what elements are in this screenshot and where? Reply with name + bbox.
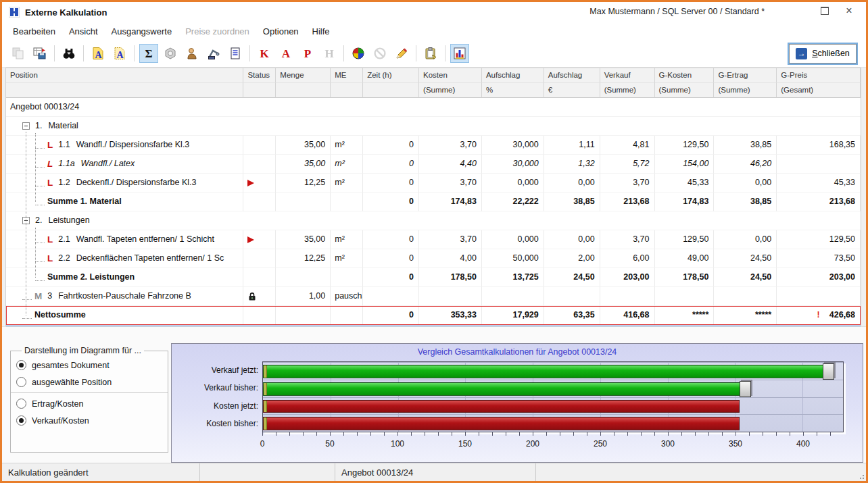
status-kalkulation-geändert: Kalkulation geändert: [2, 463, 200, 481]
column-header-g-kosten-sub[interactable]: (Summe): [655, 83, 715, 98]
cell-zeit: 0: [363, 174, 419, 193]
menu-item-optionen[interactable]: Optionen: [256, 24, 306, 39]
aufschlag-a-icon[interactable]: A: [276, 44, 295, 63]
x-axis-label: 300: [661, 439, 675, 449]
table-row-leistungen[interactable]: 2.Leistungen: [6, 211, 861, 230]
column-header-menge[interactable]: Menge: [276, 68, 331, 83]
clipboard-calc-icon[interactable]: [421, 44, 440, 63]
column-header-verkauf-sub[interactable]: (Summe): [600, 83, 655, 98]
menu-item-ansicht[interactable]: Ansicht: [62, 24, 105, 39]
tree-collapse-icon[interactable]: [22, 122, 30, 130]
save-table-icon[interactable]: [30, 44, 49, 63]
sum-sigma-icon[interactable]: Σ: [139, 44, 158, 63]
preis-p-icon[interactable]: P: [298, 44, 317, 63]
cell-verkauf: 203,00: [600, 268, 655, 287]
column-header-status[interactable]: Status: [243, 68, 276, 83]
column-header-g-kosten[interactable]: G-Kosten: [655, 68, 715, 83]
material-stone-icon[interactable]: [161, 44, 180, 63]
font-document-icon[interactable]: A: [89, 44, 107, 63]
table-row-fahrtkosten-pauschale-fahrzone-b[interactable]: M3Fahrtkosten-Pauschale Fahrzone B1,00pa…: [6, 287, 861, 306]
table-row-material[interactable]: 1.Material: [6, 117, 861, 136]
tree-connector: [35, 141, 45, 149]
schliessen-button[interactable]: →Schließen: [789, 44, 857, 63]
radio-label: Ertrag/Kosten: [32, 399, 83, 409]
table-row-summe-2-leistungen[interactable]: Summe 2. Leistungen0178,5013,72524,50203…: [6, 268, 861, 287]
schliessen-label: Schließen: [812, 49, 850, 58]
position-cell: Summe 1. Material: [6, 193, 243, 211]
cell-menge: [276, 268, 331, 287]
table-body: Angebot 00013/241.MaterialL1.1Wandfl./ D…: [6, 98, 861, 325]
column-header-aufschlag[interactable]: Aufschlag: [544, 68, 600, 83]
maximize-button[interactable]: [813, 2, 836, 20]
column-header-me-sub[interactable]: [331, 83, 363, 98]
table-row-deckenfl-dispersionsfarbe-kl-3[interactable]: L1.2Deckenfl./ Dispersionsfarbe Kl.312,2…: [6, 174, 861, 193]
column-header-aufschlag-sub[interactable]: €: [544, 83, 600, 98]
pie-chart-icon[interactable]: [349, 44, 368, 63]
cell-zeit: 0: [363, 136, 419, 155]
table-row-summe-1-material[interactable]: Summe 1. Material0174,8322,22238,85213,6…: [6, 193, 861, 211]
menu-item-hilfe[interactable]: Hilfe: [306, 24, 337, 39]
chart-category-label: Kosten jetzt:: [174, 397, 258, 415]
warning-icon: !: [817, 306, 820, 324]
bar-chart-toggle-icon[interactable]: [450, 44, 469, 63]
cell-verkauf: 3,70: [600, 174, 655, 193]
cell-gkosten: [655, 287, 715, 306]
document-icon[interactable]: [226, 44, 245, 63]
cell-gertrag: 0,00: [714, 174, 777, 193]
x-axis-label: 250: [594, 439, 607, 449]
radio-ausgewählte-position[interactable]: ausgewählte Position: [16, 374, 162, 390]
column-header-kosten[interactable]: Kosten: [419, 68, 482, 83]
search-binoculars-icon[interactable]: [59, 44, 78, 63]
column-header-g-preis[interactable]: G-Preis: [777, 68, 861, 83]
cell-kosten: [419, 287, 482, 306]
table-row-wandfl-tapeten-entfernen-1-schicht[interactable]: L2.1Wandfl. Tapeten entfernen/ 1 Schicht…: [6, 230, 861, 249]
column-header-position-sub[interactable]: [6, 83, 243, 98]
table-row-nettosumme[interactable]: Nettosumme0353,3317,92963,35416,68******…: [6, 306, 861, 325]
toolbar-separator: [249, 45, 250, 61]
x-axis-label: 350: [729, 439, 742, 449]
kosten-k-icon[interactable]: K: [255, 44, 274, 63]
column-header-g-ertrag[interactable]: G-Ertrag: [714, 68, 777, 83]
column-header-status-sub[interactable]: [243, 83, 276, 98]
cell-gpreis: !426,68: [777, 306, 861, 325]
tree-connector: [22, 311, 32, 319]
column-header-zeit-h-sub[interactable]: [363, 83, 419, 98]
column-header-menge-sub[interactable]: [276, 83, 331, 98]
column-header-g-ertrag-sub[interactable]: (Summe): [714, 83, 777, 98]
column-header-verkauf[interactable]: Verkauf: [600, 68, 655, 83]
column-header-zeit-h[interactable]: Zeit (h): [363, 68, 419, 83]
user-session-label: Max Mustermann / SQL Server 00 / Standar…: [589, 7, 765, 16]
cell-menge: 35,00: [276, 155, 331, 174]
radio-label: Verkauf/Kosten: [32, 416, 89, 426]
column-header-kosten-sub[interactable]: (Summe): [419, 83, 482, 98]
radio-gesamtes-dokument[interactable]: gesamtes Dokument: [16, 357, 162, 374]
font-document-alt-icon[interactable]: A: [110, 44, 129, 63]
x-axis-label: 150: [458, 439, 472, 449]
table-row-angebot-00013-24[interactable]: Angebot 00013/24: [6, 98, 861, 117]
machine-crane-icon[interactable]: [204, 44, 223, 63]
section-label: Material: [48, 117, 78, 135]
table-row-wandfl-dispersionsfarbe-kl-3[interactable]: L1.1Wandfl./ Dispersionsfarbe Kl.335,00m…: [6, 136, 861, 155]
menu-item-ausgangswerte[interactable]: Ausgangswerte: [105, 24, 179, 39]
menu-item-bearbeiten[interactable]: Bearbeiten: [6, 24, 62, 39]
resize-grip[interactable]: [858, 473, 865, 480]
status-cell: [243, 287, 276, 306]
chart-category-labels: Verkauf jetzt:Verkauf bisher:Kosten jetz…: [174, 361, 261, 432]
close-window-button[interactable]: ×: [838, 2, 861, 20]
cell-kosten: 178,50: [419, 268, 482, 287]
worker-icon[interactable]: [183, 44, 201, 63]
empty-cell: [244, 117, 861, 136]
radio-verkauf-kosten[interactable]: Verkauf/Kosten: [16, 412, 162, 429]
radio-ertrag-kosten[interactable]: Ertrag/Kosten: [16, 395, 162, 412]
tree-connector: [35, 236, 45, 243]
column-header-position[interactable]: Position: [6, 68, 243, 83]
edit-pencil-icon[interactable]: [392, 44, 411, 63]
column-header-g-preis-sub[interactable]: (Gesamt): [777, 83, 861, 98]
column-header-aufschlag[interactable]: Aufschlag: [482, 68, 544, 83]
cell-gkosten: 49,00: [655, 249, 715, 268]
column-header-me[interactable]: ME: [331, 68, 363, 83]
menu-bar: BearbeitenAnsichtAusgangswertePreise zuo…: [2, 22, 866, 40]
column-header-aufschlag-sub[interactable]: %: [482, 83, 544, 98]
table-row-wandfl-latex[interactable]: L1.1aWandfl./ Latex35,00m²04,4030,0001,3…: [6, 155, 861, 174]
table-row-deckenflächen-tapeten-entfernen-1-sc[interactable]: L2.2Deckenflächen Tapeten entfernen/ 1 S…: [6, 249, 861, 268]
